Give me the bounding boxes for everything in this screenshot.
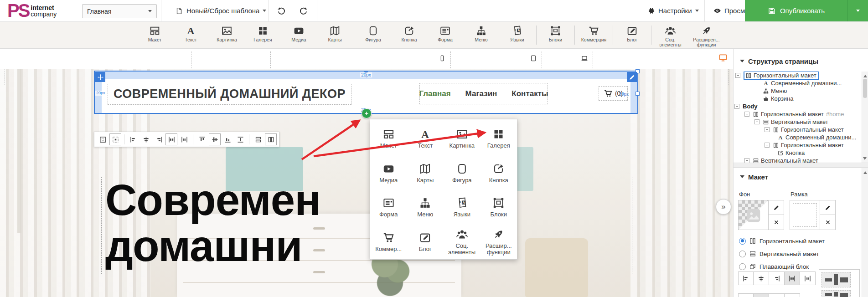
layout-section-header[interactable]: Макет [734, 170, 868, 184]
add-element-button[interactable] [362, 108, 372, 118]
frame-clear-button[interactable] [820, 215, 836, 230]
palette-item-button[interactable]: Кнопка [480, 156, 517, 190]
palette-item-form[interactable]: Форма [370, 190, 407, 225]
tablet-icon[interactable] [530, 55, 537, 62]
palette-item-image[interactable]: Картинка [444, 121, 480, 156]
align-button-v-align-middle[interactable] [754, 293, 769, 297]
align-button-h-align-center[interactable] [140, 133, 152, 145]
align-button-h-align-right[interactable] [153, 133, 165, 145]
toolbar-item-image[interactable]: Картинка [209, 23, 245, 47]
palette-item-gallery[interactable]: Галерея [480, 121, 517, 156]
toolbar-item-blocks[interactable]: Блоки [537, 23, 574, 47]
palette-item-media[interactable]: Медиа [370, 156, 407, 190]
align-button-v-align-top[interactable] [196, 133, 208, 145]
header-block-selected[interactable]: 20px 20px 20px 20px СОВРЕМЕННЫЙ ДОМАШНИЙ… [94, 71, 638, 114]
collapse-icon[interactable] [735, 73, 740, 78]
layout-option-vlayout[interactable]: Вертикальный макет [739, 249, 819, 258]
radio-icon[interactable] [739, 238, 746, 245]
toolbar-item-social[interactable]: Соц. элементы [652, 23, 688, 47]
undo-button[interactable] [274, 4, 288, 18]
align-button-margin-box[interactable] [97, 133, 108, 145]
align-button-layout-vertical[interactable] [252, 133, 264, 145]
align-button-h-align-right[interactable] [769, 271, 785, 285]
frame-edit-button[interactable] [820, 200, 836, 215]
collapse-icon[interactable] [744, 112, 749, 117]
tree-row[interactable]: Горизонтальный макет#home [734, 110, 860, 118]
align-button-h-align-left[interactable] [127, 133, 139, 145]
monitor-icon[interactable] [718, 53, 728, 62]
edit-handle[interactable] [627, 72, 637, 82]
palette-item-advanced[interactable]: Расшир... функции [480, 225, 517, 259]
palette-item-commerce[interactable]: Коммер... [370, 225, 407, 259]
tree-row[interactable]: Меню [734, 87, 860, 95]
toolbar-item-languages[interactable]: AяЯзыки [499, 23, 535, 47]
move-handle[interactable] [95, 72, 105, 82]
site-title[interactable]: СОВРЕМЕННЫЙ ДОМАШНИЙ ДЕКОР [108, 84, 351, 105]
align-button-v-align-middle[interactable] [209, 133, 221, 145]
align-button-h-align-left[interactable] [738, 271, 754, 285]
scroll-thumb[interactable] [863, 79, 867, 98]
palette-item-languages[interactable]: AяЯзыки [444, 190, 480, 225]
scroll-down-icon[interactable] [863, 157, 867, 162]
tree-row[interactable]: Корзина [734, 95, 860, 102]
collapse-icon[interactable] [744, 158, 749, 163]
align-button-h-align-center[interactable] [754, 271, 769, 285]
palette-item-text[interactable]: AТекст [407, 121, 444, 156]
structure-section-header[interactable]: Структура страницы [734, 54, 868, 68]
tree-row[interactable]: Body [734, 102, 860, 110]
palette-item-maps[interactable]: Карты [407, 156, 444, 190]
toolbar-item-layout[interactable]: Макет [137, 23, 173, 47]
align-button-layout-horizontal[interactable] [265, 133, 277, 145]
align-button-v-stretch[interactable] [234, 133, 246, 145]
tree-row[interactable]: AСовременный домашни... [734, 79, 860, 87]
toolbar-item-maps[interactable]: Карты [317, 23, 353, 47]
palette-item-shape[interactable]: Фигура [444, 156, 480, 190]
tree-row[interactable]: AСовременный домашни... [734, 133, 860, 141]
laptop-icon[interactable] [580, 55, 589, 62]
collapse-icon[interactable] [765, 143, 770, 148]
resize-handle-right[interactable] [636, 92, 640, 96]
frame-thumbnail[interactable] [790, 200, 820, 230]
toolbar-item-text[interactable]: AТекст [173, 23, 209, 47]
tree-row[interactable]: Горизонтальный макет [734, 72, 860, 79]
palette-item-menu[interactable]: Меню [407, 190, 444, 225]
align-button-padding-box[interactable] [109, 133, 121, 145]
toolbar-item-menu[interactable]: Меню [463, 23, 499, 47]
tree-row[interactable]: Горизонтальный макет [734, 141, 860, 149]
toolbar-item-gallery[interactable]: Галерея [245, 23, 281, 47]
page-select[interactable]: Главная [82, 4, 157, 18]
tree-scrollbar[interactable] [862, 72, 868, 163]
nav-link[interactable]: Контакты [512, 89, 548, 98]
nav-link[interactable]: Магазин [465, 89, 497, 98]
align-button-h-space-between[interactable] [165, 133, 177, 145]
collapse-icon[interactable] [734, 104, 739, 109]
align-button-v-align-top[interactable] [738, 293, 754, 297]
redo-button[interactable] [296, 4, 310, 18]
radio-icon[interactable] [739, 251, 746, 257]
layout-preview-thumb[interactable] [822, 272, 851, 287]
layout-preview-thumb[interactable] [822, 290, 851, 297]
background-edit-button[interactable] [769, 200, 784, 215]
background-clear-button[interactable] [769, 215, 784, 230]
palette-item-blog[interactable]: Блог [407, 225, 444, 259]
align-button-h-space-around[interactable] [800, 271, 816, 285]
background-thumbnail[interactable] [738, 200, 769, 230]
align-button-h-space-around[interactable] [178, 133, 190, 145]
layout-scrollbar[interactable] [862, 168, 868, 297]
tree-row[interactable]: Кнопка [734, 149, 860, 157]
settings-button[interactable]: Настройки [647, 0, 699, 21]
toolbar-item-advanced[interactable]: Расширен... функции [688, 23, 724, 47]
publish-dropdown-button[interactable] [848, 8, 868, 14]
align-button-v-align-bottom[interactable] [222, 133, 233, 145]
scroll-up-icon[interactable] [863, 169, 867, 174]
align-button-v-stretch[interactable] [785, 293, 800, 297]
collapse-icon[interactable] [765, 127, 770, 132]
tree-row[interactable]: Вертикальный макет [734, 157, 860, 163]
cart-widget[interactable]: (0) [599, 86, 628, 101]
layout-option-float[interactable]: Плавающий блок [739, 262, 809, 271]
collapse-sidebar-button[interactable]: » [716, 199, 731, 215]
palette-item-social[interactable]: Соц. элементы [444, 225, 480, 259]
nav-link[interactable]: Главная [419, 89, 450, 98]
toolbar-item-form[interactable]: Форма [427, 23, 463, 47]
phone-icon[interactable] [439, 55, 446, 62]
